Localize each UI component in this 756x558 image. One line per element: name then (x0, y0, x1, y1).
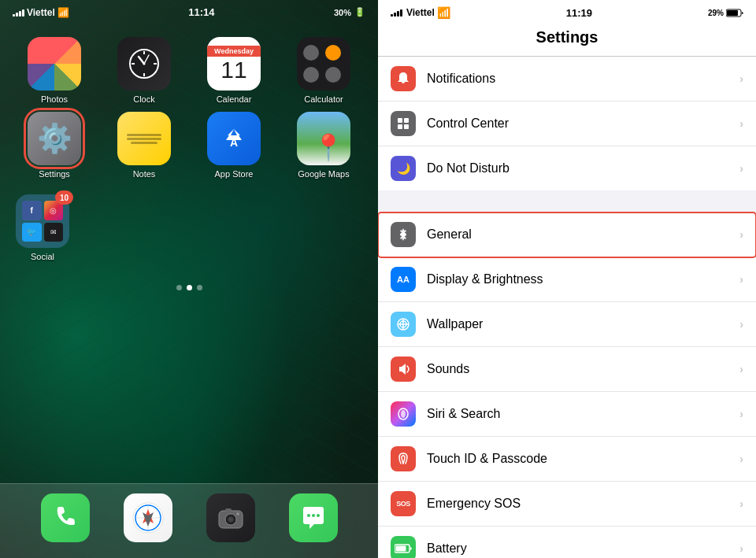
clock-label: Clock (133, 94, 155, 104)
dock-safari[interactable] (124, 493, 172, 542)
s-bar2 (394, 13, 396, 17)
app-maps[interactable]: 📍 Google Maps (285, 112, 362, 179)
twitter-icon: 🐦 (27, 227, 36, 236)
moon-icon: 🌙 (397, 162, 410, 175)
dock (0, 483, 378, 558)
photos-icon-wrap (28, 37, 81, 91)
dnd-icon: 🌙 (391, 156, 416, 181)
extra-mini: ✉ (44, 223, 64, 242)
app-settings[interactable]: ⚙️ Settings (16, 112, 93, 179)
facebook-mini: f (22, 201, 42, 220)
settings-row-siri[interactable]: Siri & Search › (378, 392, 756, 437)
wallpaper-label: Wallpaper (427, 317, 739, 331)
app-calculator[interactable]: Calculator (285, 37, 362, 104)
social-badge: 10 (55, 190, 73, 205)
settings-row-touchid[interactable]: Touch ID & Passcode › (378, 437, 756, 482)
settings-section-1: Notifications › Control Center › (378, 57, 756, 190)
app-calendar[interactable]: Wednesday 11 Calendar (195, 37, 272, 104)
dock-messages[interactable] (289, 493, 338, 542)
sos-chevron: › (739, 497, 743, 510)
s-bar1 (391, 14, 393, 17)
svg-rect-29 (398, 124, 402, 129)
battery-icon (391, 536, 416, 558)
social-row: f ◎ 🐦 ✉ 10 Social (0, 187, 378, 261)
touchid-icon (391, 446, 416, 471)
battery-row-svg (395, 543, 412, 554)
svg-point-21 (236, 512, 239, 516)
sounds-chevron: › (739, 363, 743, 375)
dock-phone[interactable] (41, 493, 90, 542)
settings-row-wallpaper[interactable]: Wallpaper › (378, 302, 756, 347)
settings-gear-icon: ⚙️ (37, 122, 72, 155)
svg-rect-30 (404, 124, 409, 129)
notifications-chevron: › (739, 72, 743, 85)
messages-icon-svg (300, 504, 327, 531)
phone-panel: Viettel 📶 11:14 30% 🔋 Photos (0, 0, 378, 558)
social-label: Social (31, 252, 54, 261)
notes-label: Notes (133, 169, 156, 179)
safari-icon-svg (132, 501, 165, 534)
control-center-chevron: › (739, 117, 743, 130)
maps-icon-el: 📍 (297, 112, 350, 165)
dot-1 (176, 285, 182, 290)
settings-row-dnd[interactable]: 🌙 Do Not Disturb › (378, 146, 756, 190)
app-grid-row1: Photos (0, 21, 378, 112)
wallpaper-chevron: › (739, 318, 743, 331)
settings-status-left: Viettel 📶 (391, 6, 450, 19)
settings-row-display[interactable]: AA Display & Brightness › (378, 257, 756, 302)
signal-bar-3 (19, 11, 21, 17)
settings-title: Settings (536, 28, 598, 46)
instagram-icon: ◎ (50, 206, 57, 215)
settings-header: Settings (378, 22, 756, 57)
app-appstore[interactable]: A App Store (195, 112, 272, 179)
app-notes[interactable]: Notes (106, 112, 183, 179)
calculator-label: Calculator (304, 94, 343, 104)
appstore-svg: A (220, 124, 248, 153)
settings-carrier: Viettel (406, 7, 435, 18)
settings-panel: Viettel 📶 11:19 29% Settings (378, 0, 756, 558)
social-folder-wrap: f ◎ 🐦 ✉ 10 (16, 194, 69, 248)
siri-svg (395, 406, 411, 422)
settings-row-sounds[interactable]: Sounds › (378, 347, 756, 392)
status-right: 30% 🔋 (334, 7, 365, 17)
clock-icon-wrap (117, 37, 171, 91)
control-center-icon (391, 111, 416, 136)
settings-signal-icon (391, 9, 402, 17)
wallpaper-icon (391, 312, 416, 337)
settings-row-control-center[interactable]: Control Center › (378, 102, 756, 146)
control-center-svg (395, 116, 411, 131)
svg-rect-26 (727, 10, 738, 16)
svg-point-22 (307, 514, 310, 517)
clock-face-svg (127, 46, 161, 81)
signal-bar-2 (16, 13, 18, 17)
facebook-letter: f (31, 206, 33, 215)
svg-point-19 (228, 517, 233, 522)
settings-icon-wrap: ⚙️ (28, 112, 81, 165)
settings-battery-percent: 29% (708, 9, 724, 17)
app-photos[interactable]: Photos (16, 37, 93, 104)
sounds-svg (395, 361, 411, 377)
section-gap-1 (378, 190, 756, 212)
calendar-icon-wrap: Wednesday 11 (207, 37, 261, 91)
settings-wifi-icon: 📶 (437, 6, 450, 19)
svg-rect-20 (225, 508, 232, 512)
svg-rect-39 (396, 546, 406, 552)
sos-text-icon: SOS (396, 500, 410, 508)
bell-icon-svg (395, 71, 411, 87)
svg-rect-28 (404, 118, 409, 123)
settings-row-general[interactable]: General › (378, 212, 756, 257)
touchid-chevron: › (739, 453, 743, 465)
page-dots (0, 261, 378, 302)
settings-row-battery[interactable]: Battery › (378, 527, 756, 558)
settings-row-notifications[interactable]: Notifications › (378, 57, 756, 102)
dot-2 (187, 285, 192, 290)
app-clock[interactable]: Clock (106, 37, 183, 104)
dock-camera[interactable] (206, 493, 255, 542)
calculator-icon-wrap (297, 37, 350, 91)
settings-row-sos[interactable]: SOS Emergency SOS › (378, 482, 756, 527)
app-social-folder[interactable]: f ◎ 🐦 ✉ 10 Social (16, 194, 69, 261)
display-chevron: › (739, 273, 743, 286)
settings-label: Settings (39, 169, 70, 179)
touchid-label: Touch ID & Passcode (427, 452, 739, 466)
settings-battery-icon (726, 9, 743, 17)
